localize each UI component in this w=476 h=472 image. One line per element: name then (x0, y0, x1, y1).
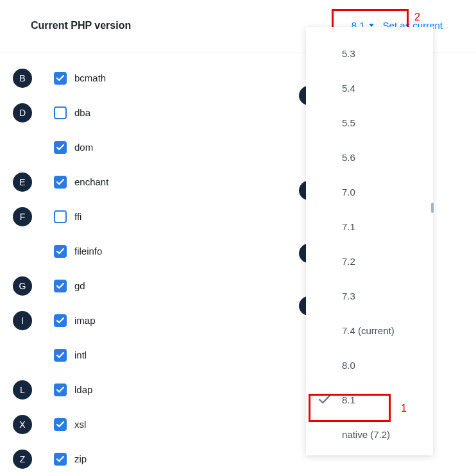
extension-label: xsl (74, 419, 86, 430)
version-option-label: 7.4 (current) (342, 325, 395, 336)
group-letter-badge: L (13, 380, 32, 400)
group-letter-badge: Z (13, 450, 32, 469)
extension-label: intl (74, 350, 87, 360)
version-option-label: 5.6 (342, 152, 355, 163)
extension-row: dom (54, 138, 93, 157)
extension-list: dbadom (54, 103, 93, 165)
extension-row: imap (54, 311, 96, 330)
extension-row: fileinfo (54, 242, 102, 261)
extension-checkbox[interactable] (54, 453, 67, 466)
extension-label: zip (74, 453, 87, 464)
extension-list: xsl (54, 415, 86, 442)
extension-checkbox[interactable] (54, 210, 67, 223)
version-option-label: 7.3 (342, 291, 355, 301)
extension-row: ffi (54, 207, 102, 226)
group-letter-badge: I (13, 311, 32, 330)
extension-label: fileinfo (74, 246, 102, 257)
extension-list: zip (54, 450, 87, 473)
version-option[interactable]: 5.4 (306, 71, 433, 105)
extension-label: ffi (74, 211, 81, 222)
extension-checkbox[interactable] (54, 384, 67, 396)
extension-label: dom (74, 142, 93, 153)
check-icon (318, 395, 332, 404)
extension-row: enchant (54, 173, 108, 192)
extension-list: ldap (54, 380, 92, 407)
extension-label: gd (74, 280, 85, 291)
version-option[interactable]: 7.4 (current) (306, 313, 433, 348)
version-option[interactable]: 7.1 (306, 209, 433, 244)
version-option-label: 5.5 (342, 117, 355, 128)
version-option-label: 5.4 (342, 83, 355, 94)
scrollbar-thumb[interactable] (431, 203, 434, 213)
group-letter-badge: X (13, 415, 32, 434)
extension-row: xsl (54, 415, 86, 434)
version-option[interactable]: 5.5 (306, 105, 433, 140)
extension-checkbox[interactable] (54, 418, 67, 431)
extension-list: bcmath (54, 69, 106, 96)
version-option-label: 7.0 (342, 187, 355, 198)
version-option-label: 7.2 (342, 256, 355, 267)
extension-list: gd (54, 276, 85, 303)
extension-label: ldap (74, 384, 92, 395)
version-option[interactable]: 8.0 (306, 348, 433, 382)
extension-checkbox[interactable] (54, 106, 67, 119)
extension-checkbox[interactable] (54, 141, 67, 154)
version-option[interactable]: 5.3 (306, 36, 433, 71)
group-letter-badge: D (13, 103, 32, 122)
extension-checkbox[interactable] (54, 280, 67, 292)
extension-label: bcmath (74, 72, 106, 83)
extension-row: dba (54, 103, 93, 122)
extension-row: ldap (54, 380, 92, 400)
version-option[interactable]: 5.6 (306, 140, 433, 174)
group-letter-badge: G (13, 276, 32, 296)
extension-checkbox[interactable] (54, 245, 67, 258)
extension-row: intl (54, 346, 96, 365)
extension-label: enchant (74, 176, 108, 187)
group-letter-badge: F (13, 207, 32, 226)
page-title: Current PHP version (31, 20, 352, 31)
version-option-label: native (7.2) (342, 429, 390, 440)
extension-checkbox[interactable] (54, 349, 67, 362)
extension-checkbox[interactable] (54, 72, 67, 85)
version-option[interactable]: native (7.2) (306, 417, 433, 451)
extension-checkbox[interactable] (54, 176, 67, 189)
extension-list: ffifileinfo (54, 207, 102, 269)
version-option-label: 8.0 (342, 360, 355, 371)
annotation-number-2: 2 (414, 12, 420, 23)
group-letter-badge: E (13, 173, 32, 192)
version-option-label: 8.1 (342, 394, 355, 405)
extension-list: imapintl (54, 311, 96, 373)
version-option-label: 5.3 (342, 48, 355, 59)
extension-label: dba (74, 107, 90, 118)
extension-row: gd (54, 276, 85, 296)
extension-row: bcmath (54, 69, 106, 88)
version-option[interactable]: 7.2 (306, 244, 433, 278)
annotation-number-1: 1 (401, 403, 407, 414)
group-letter-badge: B (13, 69, 32, 88)
version-option[interactable]: 7.0 (306, 174, 433, 209)
extension-checkbox[interactable] (54, 314, 67, 327)
extension-list: enchant (54, 173, 108, 199)
extension-row: zip (54, 450, 87, 469)
version-option-label: 7.1 (342, 221, 355, 232)
extension-label: imap (74, 315, 96, 326)
version-option[interactable]: 8.1 (306, 382, 433, 417)
version-option[interactable]: 7.3 (306, 278, 433, 313)
php-version-dropdown-menu: 5.35.45.55.67.07.17.27.37.4 (current)8.0… (306, 27, 433, 455)
